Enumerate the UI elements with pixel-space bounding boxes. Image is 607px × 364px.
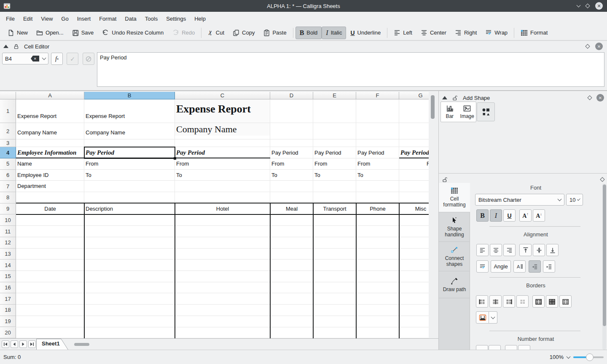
next-sheet-button[interactable] xyxy=(19,340,27,348)
row-header-16[interactable]: 16 xyxy=(0,282,16,294)
row-header-14[interactable]: 14 xyxy=(0,260,16,271)
cell-C1[interactable]: Expense Report xyxy=(175,99,270,123)
add-image-button[interactable]: Image xyxy=(459,102,476,122)
menu-item-settings[interactable]: Settings xyxy=(162,13,190,24)
docker-close-icon[interactable]: ✕ xyxy=(595,43,603,50)
border-none-button[interactable] xyxy=(516,295,529,308)
maximize-button[interactable] xyxy=(585,3,590,8)
column-header-g[interactable]: G xyxy=(399,92,429,99)
cell-reference-combo[interactable]: B4 ✕ xyxy=(2,53,48,64)
cell-D9[interactable]: Meal xyxy=(270,203,313,215)
shape-collection-button[interactable] xyxy=(477,102,495,121)
bold-button[interactable]: B Bold xyxy=(295,27,322,39)
row-header-13[interactable]: 13 xyxy=(0,249,16,260)
cell-A5[interactable]: Name xyxy=(16,158,84,170)
menu-item-tools[interactable]: Tools xyxy=(141,13,162,24)
row-header-12[interactable]: 12 xyxy=(0,237,16,249)
chevron-down-icon[interactable] xyxy=(42,56,46,60)
decrease-indent-button[interactable] xyxy=(529,260,541,273)
underline-button[interactable]: U Underline xyxy=(346,27,385,39)
cell-G4[interactable]: Pay Period xyxy=(399,147,429,158)
cell-D6[interactable]: To xyxy=(270,170,313,181)
row-header-17[interactable]: 17 xyxy=(0,293,16,305)
select-all-corner[interactable] xyxy=(0,92,16,99)
options-scrollbar-thumb[interactable] xyxy=(603,185,606,326)
unlock-icon[interactable] xyxy=(452,95,458,101)
font-family-combo[interactable]: Bitstream Charter xyxy=(475,194,564,206)
row-header-2[interactable]: 2 xyxy=(0,123,16,139)
cut-button[interactable]: ✂ Cut xyxy=(204,27,228,39)
cell-E4[interactable]: Pay Period xyxy=(313,147,356,158)
cell-B9[interactable]: Description xyxy=(84,203,175,215)
border-style-dropdown[interactable] xyxy=(489,311,497,324)
zoom-slider[interactable] xyxy=(573,353,604,361)
save-button[interactable]: Save xyxy=(68,27,98,39)
formula-button[interactable]: fx xyxy=(51,53,63,65)
zoom-level[interactable]: 100% xyxy=(550,354,564,360)
column-header-d[interactable]: D xyxy=(270,92,313,99)
cell-G9[interactable]: Misc xyxy=(399,203,429,215)
cell-editor-input[interactable]: Pay Period xyxy=(97,52,604,87)
cell-B2[interactable]: Company Name xyxy=(84,123,175,139)
angle-button[interactable]: Angle xyxy=(491,260,511,273)
tab-connect-shapes[interactable]: Connect shapes xyxy=(439,242,470,271)
prev-sheet-button[interactable] xyxy=(11,340,18,348)
cell-grid[interactable]: Expense ReportExpense ReportExpense Repo… xyxy=(16,99,429,338)
cell-A1[interactable]: Expense Report xyxy=(16,99,84,123)
cell-C4[interactable]: Pay Period xyxy=(175,147,270,158)
cell-D5[interactable]: From xyxy=(270,158,313,170)
column-header-a[interactable]: A xyxy=(16,92,84,99)
font-size-combo[interactable]: 10 xyxy=(566,194,583,206)
vertical-scrollbar[interactable] xyxy=(430,92,435,345)
border-center-v-button[interactable] xyxy=(489,295,502,308)
tab-sheet1[interactable]: Sheet1 xyxy=(36,339,69,350)
column-header-e[interactable]: E xyxy=(313,92,356,99)
float-icon[interactable] xyxy=(587,95,592,100)
cell-A2[interactable]: Company Name xyxy=(16,123,84,139)
underline-toggle[interactable]: U xyxy=(503,209,516,222)
horizontal-scrollbar-thumb[interactable] xyxy=(74,343,89,346)
first-sheet-button[interactable] xyxy=(2,340,9,348)
row-header-3[interactable]: 3 xyxy=(0,139,16,147)
tab-cell-formatting[interactable]: Cell formatting xyxy=(439,183,470,212)
row-header-6[interactable]: 6 xyxy=(0,170,16,181)
vertical-scrollbar-thumb[interactable] xyxy=(431,95,435,119)
italic-toggle[interactable]: I xyxy=(490,209,502,222)
halign-right-button[interactable] xyxy=(503,244,516,256)
menu-item-format[interactable]: Format xyxy=(95,13,121,24)
border-left-button[interactable] xyxy=(476,295,488,308)
halign-center-button[interactable] xyxy=(490,244,502,256)
row-header-19[interactable]: 19 xyxy=(0,316,16,327)
chevron-down-icon[interactable] xyxy=(567,354,571,359)
bold-toggle[interactable]: B xyxy=(476,209,489,222)
border-inner-button[interactable] xyxy=(559,295,572,308)
new-button[interactable]: New xyxy=(3,27,32,39)
row-header-1[interactable]: 1 xyxy=(0,99,16,123)
wrap-text-toggle[interactable] xyxy=(476,260,489,273)
cell-C2[interactable]: Company Name xyxy=(175,123,270,139)
cancel-button[interactable] xyxy=(83,53,94,65)
add-bar-chart-button[interactable]: Bar xyxy=(441,102,459,122)
row-header-20[interactable]: 20 xyxy=(0,327,16,339)
minimize-button[interactable] xyxy=(577,3,581,8)
menu-item-edit[interactable]: Edit xyxy=(19,13,37,24)
cell-E6[interactable]: To xyxy=(313,170,356,181)
collapse-icon[interactable] xyxy=(3,45,8,48)
cell-C9[interactable]: Hotel xyxy=(175,203,270,215)
undo-button[interactable]: Undo Resize Column xyxy=(98,27,168,39)
border-outline-button[interactable] xyxy=(532,295,545,308)
options-scrollbar[interactable] xyxy=(602,184,606,350)
increase-indent-button[interactable] xyxy=(543,260,555,273)
cell-E9[interactable]: Transport xyxy=(313,203,356,215)
column-header-c[interactable]: C xyxy=(175,92,270,99)
cell-A9[interactable]: Date xyxy=(16,203,84,215)
row-header-4[interactable]: 4 xyxy=(0,147,16,158)
menu-item-file[interactable]: File xyxy=(2,13,19,24)
unlock-icon[interactable] xyxy=(442,177,448,182)
valign-middle-button[interactable] xyxy=(533,244,545,256)
cell-B5[interactable]: From xyxy=(84,158,175,170)
format-button[interactable]: Format xyxy=(516,27,552,39)
last-sheet-button[interactable] xyxy=(28,340,36,348)
row-header-5[interactable]: 5 xyxy=(0,158,16,170)
align-left-button[interactable]: Left xyxy=(389,27,416,38)
